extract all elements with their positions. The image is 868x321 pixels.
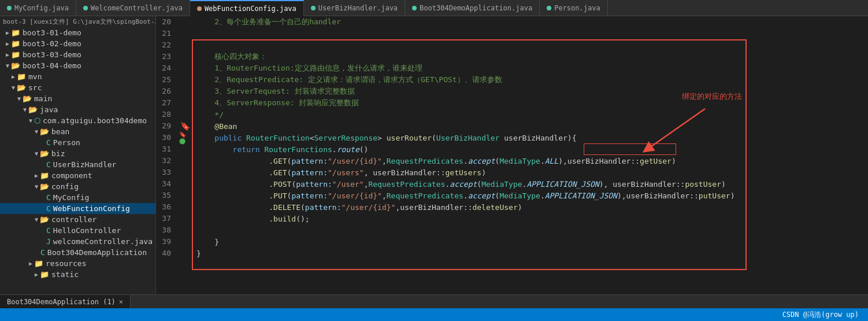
arrow-icon-down: ▼ [17, 95, 21, 102]
close-icon[interactable]: × [119, 298, 123, 306]
tab-icon-welcome [83, 6, 88, 10]
sidebar-label-resources: resources [46, 259, 86, 268]
icon-cell-23 [179, 51, 191, 62]
sidebar-item-hellocontroller[interactable]: C HelloController [0, 225, 155, 236]
line-num-36: 36 [156, 201, 175, 213]
icon-cell-29: 🔖 [179, 120, 191, 132]
tab-bar: MyConfig.java WelcomeController.java Web… [0, 0, 868, 16]
arrow-icon: ▶ [6, 51, 9, 58]
java-icon: J [46, 237, 51, 246]
tab-boot304demo[interactable]: Boot304DemoApplication.java [405, 0, 540, 16]
line-num-39: 39 [156, 236, 175, 248]
tab-icon-myconfig [7, 6, 12, 10]
sidebar-label-myconfig: MyConfig [53, 193, 90, 202]
sidebar-item-package[interactable]: ▼ ⬡ com.atguigu.boot304demo [0, 115, 155, 126]
folder-icon: 📁 [11, 50, 20, 59]
sidebar-label-controller: controller [51, 215, 97, 224]
sidebar-item-component[interactable]: ▶ 📁 component [0, 170, 155, 181]
svg-line-1 [647, 109, 705, 149]
sidebar-label-welcomecontroller: welcomeController.java [53, 237, 153, 246]
icon-cell-33 [179, 167, 191, 178]
sidebar-label-static: static [51, 270, 79, 279]
icon-cell-30: 🔖⬤ [179, 132, 191, 143]
icon-cell-27 [179, 97, 191, 109]
tab-icon-person [547, 6, 551, 10]
sidebar-item-controller[interactable]: ▼ 📂 controller [0, 214, 155, 225]
class-icon: C [46, 160, 51, 169]
tab-label-person: Person.java [554, 4, 600, 12]
folder-icon: 📂 [11, 61, 20, 70]
arrow-icon-down: ▼ [12, 84, 15, 91]
line-num-29: 29 [156, 120, 175, 132]
sidebar-item-webfunctionconfig[interactable]: C WebFunctionConfig [0, 203, 155, 214]
sidebar-item-static[interactable]: ▶ 📁 static [0, 269, 155, 280]
tab-label-userbiz: UserBizHandler.java [318, 4, 398, 12]
code-line-37: . build (); [191, 213, 868, 224]
sidebar-label-biz: biz [51, 149, 65, 158]
arrow-icon: ▶ [35, 271, 38, 278]
sidebar-item-boot303[interactable]: ▶ 📁 boot3-03-demo [0, 49, 155, 60]
line-num-37: 37 [156, 213, 175, 224]
line-num-24: 24 [156, 62, 175, 74]
sidebar-item-boot301[interactable]: ▶ 📁 boot3-01-demo [0, 27, 155, 38]
sidebar-item-boot304[interactable]: ▼ 📂 boot3-04-demo [0, 60, 155, 71]
sidebar-item-welcomecontroller[interactable]: J welcomeController.java [0, 236, 155, 247]
sidebar-item-config[interactable]: ▼ 📂 config [0, 181, 155, 192]
line-num-38: 38 [156, 224, 175, 236]
code-line-21 [191, 28, 868, 39]
sidebar-item-mvn[interactable]: ▶ 📁 mvn [0, 71, 155, 82]
arrow-icon-down: ▼ [29, 117, 32, 124]
sidebar-item-userbizhandler[interactable]: C UserBizHandler [0, 159, 155, 170]
icon-cell-32 [179, 155, 191, 167]
tab-person[interactable]: Person.java [540, 0, 607, 16]
arrow-icon: ▶ [29, 260, 32, 267]
code-line-32: . GET ( pattern: "/user/{id}" , RequestP… [191, 155, 868, 167]
line-num-25: 25 [156, 74, 175, 86]
icon-cell-40 [179, 248, 191, 259]
sidebar-item-resources[interactable]: ▶ 📁 resources [0, 258, 155, 269]
folder-icon: 📂 [17, 83, 26, 92]
arrow-icon: ▶ [6, 40, 9, 47]
tab-webfunctionconfig[interactable]: WebFunctionConfig.java [190, 0, 304, 16]
tab-icon-userbiz [311, 6, 316, 10]
sidebar-item-main[interactable]: ▼ 📂 main [0, 93, 155, 104]
icon-cell-38 [179, 224, 191, 236]
sidebar-label-hellocontroller: HelloController [53, 226, 121, 235]
tab-myconfig[interactable]: MyConfig.java [0, 0, 76, 16]
icon-cell-34 [179, 178, 191, 190]
tab-userbizhandler[interactable]: UserBizHandler.java [304, 0, 405, 16]
folder-icon: 📁 [34, 259, 43, 268]
tab-welcomecontroller[interactable]: WelcomeController.java [76, 0, 190, 16]
folder-icon: 📂 [40, 149, 49, 158]
sidebar-item-bean[interactable]: ▼ 📂 bean [0, 126, 155, 137]
arrow-icon: ▶ [12, 73, 15, 80]
sidebar-label-boot304app: Boot304DemoApplication [47, 248, 147, 257]
code-line-29: @Bean [191, 120, 868, 132]
sidebar-label-userbizhandler: UserBizHandler [53, 160, 117, 169]
sidebar-item-java[interactable]: ▼ 📂 java [0, 104, 155, 115]
arrow-icon-down: ▼ [35, 216, 38, 223]
sidebar-item-boot304app[interactable]: C Boot304DemoApplication [0, 247, 155, 258]
icon-cell-24 [179, 62, 191, 74]
sidebar-item-myconfig[interactable]: C MyConfig [0, 192, 155, 203]
sidebar-item-person[interactable]: C Person [0, 137, 155, 148]
tab-label-myconfig: MyConfig.java [14, 4, 69, 12]
line-num-26: 26 [156, 86, 175, 97]
line-num-31: 31 [156, 143, 175, 155]
code-line-38 [191, 224, 868, 236]
folder-icon: 📁 [17, 72, 26, 81]
line-numbers: 20 21 22 23 24 25 26 27 28 29 30 31 32 3… [156, 16, 179, 294]
line-num-35: 35 [156, 190, 175, 201]
bottom-tab-boot304[interactable]: Boot304DemoApplication (1) × [0, 295, 131, 309]
tab-label-welcome: WelcomeController.java [91, 4, 183, 12]
code-content[interactable]: 绑定的对应的方法 2、每个业务准备一个自己的handler [191, 16, 868, 294]
sidebar-item-boot302[interactable]: ▶ 📁 boot3-02-demo [0, 38, 155, 49]
class-icon: C [40, 248, 45, 257]
sidebar-label-bean: bean [51, 127, 69, 136]
folder-icon: 📂 [40, 215, 49, 224]
icon-cell-37 [179, 213, 191, 224]
tab-label-boot304: Boot304DemoApplication.java [420, 4, 532, 12]
folder-icon: 📂 [28, 105, 38, 114]
sidebar-item-biz[interactable]: ▼ 📂 biz [0, 148, 155, 159]
sidebar-item-src[interactable]: ▼ 📂 src [0, 82, 155, 93]
